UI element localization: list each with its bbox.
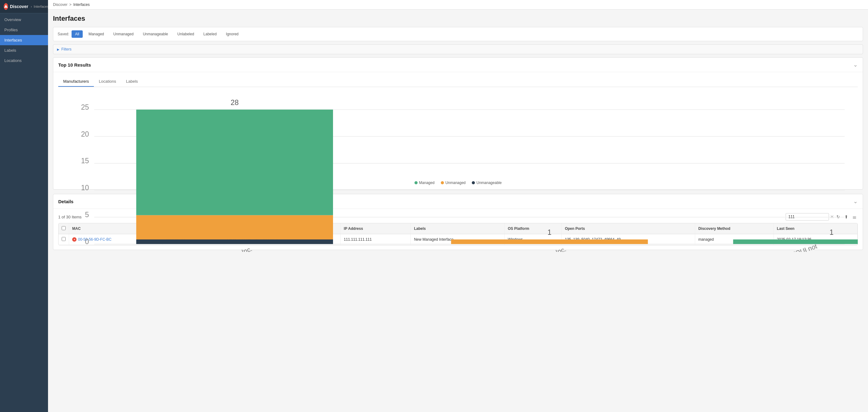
top10-collapse-icon[interactable]: ⌄ [853, 61, 858, 68]
svg-text:28: 28 [230, 98, 239, 106]
col-checkbox [59, 223, 69, 234]
chart-container: 0 5 10 15 20 25 [58, 91, 858, 178]
filters-toggle[interactable]: ▶ Filters [53, 44, 863, 54]
details-count-total: 30 [66, 215, 70, 219]
topbar: Discover > Interfaces [48, 0, 868, 10]
svg-text:0: 0 [85, 237, 89, 246]
details-count-current: 1 [58, 215, 60, 219]
svg-text:15: 15 [81, 157, 89, 165]
bar-vmware-unmanaged [136, 215, 333, 240]
sidebar-item-profiles[interactable]: Profiles [0, 25, 48, 35]
page-title: Interfaces [53, 14, 863, 23]
top10-body: Manufacturers Locations Labels 0 5 10 15… [53, 72, 863, 189]
bar-vmware-managed [136, 110, 333, 215]
sidebar-nav: Overview Profiles Interfaces Labels Loca… [0, 13, 48, 412]
top10-card: Top 10 Results ⌄ Manufacturers Locations… [53, 57, 863, 190]
filters-label: Filters [61, 47, 71, 52]
top10-header: Top 10 Results ⌄ [53, 58, 863, 72]
filters-chevron-icon: ▶ [57, 48, 60, 51]
saved-label: Saved: [58, 32, 69, 36]
row-checkbox[interactable] [62, 237, 66, 241]
tab-manufacturers[interactable]: Manufacturers [58, 76, 94, 87]
topbar-current: Interfaces [73, 2, 90, 7]
row-checkbox-cell [59, 234, 69, 245]
sidebar-item-labels[interactable]: Labels [0, 45, 48, 56]
sidebar-item-overview[interactable]: Overview [0, 14, 48, 25]
svg-text:10: 10 [81, 184, 89, 192]
filter-unlabeled[interactable]: Unlabeled [174, 30, 198, 38]
sidebar: Discover › Interfaces Overview Profiles … [0, 0, 48, 412]
svg-text:25: 25 [81, 103, 89, 111]
app-name: Discover [10, 4, 28, 9]
topbar-separator: > [69, 2, 71, 7]
svg-text:20: 20 [81, 130, 89, 138]
bar-fortinet-unmanaged [451, 240, 648, 244]
bar-chart: 0 5 10 15 20 25 [71, 94, 858, 252]
svg-text:Fortinet, Inc.: Fortinet, Inc. [530, 245, 567, 252]
sidebar-breadcrumb: Interfaces [34, 5, 49, 8]
filter-bar: Saved: All Managed Unmanaged Unmanageabl… [53, 27, 863, 41]
tab-labels[interactable]: Labels [121, 76, 143, 87]
svg-text:1: 1 [830, 228, 834, 236]
app-icon [4, 3, 8, 10]
sidebar-item-interfaces[interactable]: Interfaces [0, 35, 48, 45]
svg-marker-0 [4, 5, 8, 8]
filter-labeled[interactable]: Labeled [200, 30, 220, 38]
content-area: Interfaces Saved: All Managed Unmanaged … [48, 10, 868, 412]
filter-all[interactable]: All [71, 30, 83, 38]
top10-title: Top 10 Results [58, 62, 91, 67]
svg-text:5: 5 [85, 211, 89, 219]
tab-locations[interactable]: Locations [94, 76, 121, 87]
filter-unmanaged[interactable]: Unmanaged [110, 30, 137, 38]
select-all-checkbox[interactable] [62, 226, 66, 230]
topbar-app: Discover [53, 2, 67, 7]
main-content: Discover > Interfaces Interfaces Saved: … [48, 0, 868, 412]
sidebar-logo: Discover › Interfaces [0, 0, 48, 13]
filter-unmanageable[interactable]: Unmanageable [140, 30, 171, 38]
bar-unknown-managed [733, 240, 858, 244]
chart-tabs: Manufacturers Locations Labels [58, 76, 858, 87]
filter-managed[interactable]: Managed [85, 30, 107, 38]
bar-vmware-unmanageable [136, 240, 333, 244]
filter-ignored[interactable]: Ignored [222, 30, 242, 38]
svg-text:VMware, Inc.: VMware, Inc. [215, 245, 253, 252]
svg-text:1: 1 [547, 228, 551, 236]
sidebar-item-locations[interactable]: Locations [0, 56, 48, 66]
sidebar-breadcrumb-sep: › [31, 5, 32, 8]
